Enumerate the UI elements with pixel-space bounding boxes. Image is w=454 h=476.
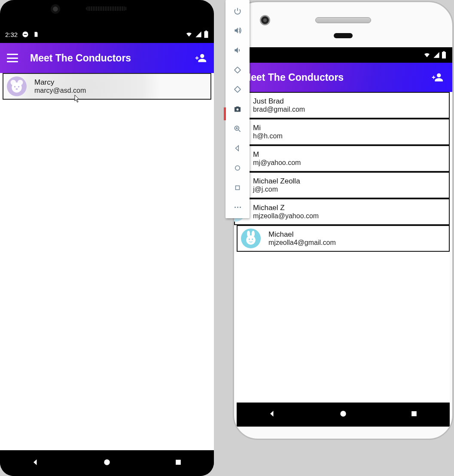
contact-text: Marcy marcy@asd.com [34, 78, 86, 95]
bezel-top [0, 0, 214, 26]
phone-frame-left: 2:32 Meet The Conductors [0, 0, 214, 476]
svg-point-30 [235, 166, 240, 171]
contact-row[interactable]: Mi h@h.com [234, 119, 450, 145]
overview-button[interactable] [410, 409, 418, 420]
window-split-handle[interactable] [224, 107, 226, 120]
contacts-list: Just Brad brad@gmail.com Mi h@h.com M mj… [234, 92, 450, 401]
more-icon[interactable] [232, 202, 243, 212]
svg-point-6 [12, 82, 21, 92]
svg-rect-25 [411, 411, 417, 416]
emulator-toolbar [225, 0, 250, 218]
svg-rect-31 [236, 186, 240, 189]
contact-row[interactable]: Michael Zeolla j@j.com [234, 172, 450, 198]
app-title: Meet The Conductors [243, 72, 425, 83]
contact-email: marcy@asd.com [34, 87, 86, 95]
contact-row[interactable]: M mj@yahoo.com [234, 145, 450, 172]
svg-point-24 [340, 411, 346, 416]
contact-name: Marcy [34, 78, 86, 87]
sensor-icon [334, 33, 353, 38]
svg-rect-26 [235, 67, 241, 73]
app-title: Meet The Conductors [30, 52, 182, 64]
add-person-button[interactable] [194, 52, 207, 64]
contact-name: Mi [253, 124, 283, 132]
sim-icon [33, 31, 39, 38]
home-button[interactable] [339, 409, 347, 420]
rotate-right-icon[interactable] [232, 85, 243, 95]
status-time: 2:32 [5, 31, 18, 38]
contact-email: j@j.com [253, 186, 300, 193]
app-bar: Meet The Conductors [234, 63, 452, 92]
nav-bar [0, 450, 214, 476]
home-nav-icon[interactable] [232, 163, 243, 173]
contact-row[interactable]: Michael mjzeolla4@gmail.com [237, 225, 450, 252]
contact-email: brad@gmail.com [253, 106, 305, 113]
camera-icon[interactable] [232, 104, 243, 114]
rotate-left-icon[interactable] [232, 65, 243, 75]
app-bar: Meet The Conductors [0, 43, 214, 73]
zoom-in-icon[interactable] [232, 124, 243, 134]
contacts-list: Marcy marcy@asd.com [3, 73, 211, 100]
svg-rect-1 [24, 34, 27, 35]
contact-email: h@h.com [253, 132, 283, 140]
contact-row[interactable]: Marcy marcy@asd.com [3, 73, 211, 100]
signal-icon [433, 52, 440, 58]
contact-name: Michael [268, 230, 336, 239]
overview-button[interactable] [174, 458, 183, 468]
contact-name: Just Brad [253, 97, 305, 106]
contact-row[interactable]: Just Brad brad@gmail.com [234, 92, 450, 119]
contact-email: mjzeolla@yahoo.com [253, 212, 319, 220]
avatar-bear-icon [7, 76, 27, 96]
svg-point-9 [15, 88, 18, 90]
bezel-top [234, 2, 452, 47]
svg-point-23 [252, 238, 253, 240]
camera-hole-icon [51, 4, 60, 14]
svg-point-8 [18, 86, 20, 88]
svg-point-10 [104, 459, 110, 465]
svg-rect-11 [176, 460, 181, 465]
status-bar [234, 47, 452, 63]
back-nav-icon[interactable] [232, 143, 243, 153]
speaker-grille-icon [315, 17, 371, 23]
svg-point-22 [249, 238, 250, 240]
dnd-icon [22, 31, 29, 38]
home-button[interactable] [103, 458, 111, 468]
power-icon[interactable] [232, 6, 243, 16]
avatar-bunny-icon [241, 229, 261, 248]
svg-rect-2 [204, 31, 208, 38]
contact-name: Michael Z [253, 204, 319, 212]
svg-point-21 [246, 235, 256, 245]
contact-row[interactable]: Michael Z mjzeolla@yahoo.com [234, 198, 450, 225]
wifi-icon [423, 52, 431, 58]
svg-rect-12 [442, 52, 446, 58]
menu-icon[interactable] [7, 54, 18, 62]
phone-frame-right: Meet The Conductors Just Brad brad@gmail… [233, 1, 454, 440]
battery-icon [442, 51, 446, 59]
nav-bar [237, 403, 450, 427]
overview-nav-icon[interactable] [232, 183, 243, 193]
signal-icon [195, 31, 202, 38]
wifi-icon [185, 31, 193, 38]
speaker-grille-icon [86, 6, 127, 11]
svg-rect-3 [205, 31, 207, 31]
back-button[interactable] [268, 409, 277, 420]
battery-icon [204, 31, 209, 38]
add-person-button[interactable] [431, 72, 444, 83]
svg-point-28 [236, 108, 239, 111]
contact-email: mj@yahoo.com [253, 159, 301, 167]
contact-name: M [253, 150, 301, 159]
svg-rect-27 [235, 86, 241, 92]
volume-down-icon[interactable] [232, 45, 243, 55]
volume-up-icon[interactable] [232, 26, 243, 36]
status-bar: 2:32 [0, 26, 214, 43]
contact-name: Michael Zeolla [253, 177, 300, 186]
camera-hole-icon [260, 15, 270, 25]
svg-point-7 [14, 86, 16, 88]
back-button[interactable] [31, 458, 40, 468]
svg-rect-13 [443, 51, 445, 52]
contact-email: mjzeolla4@gmail.com [268, 239, 336, 247]
